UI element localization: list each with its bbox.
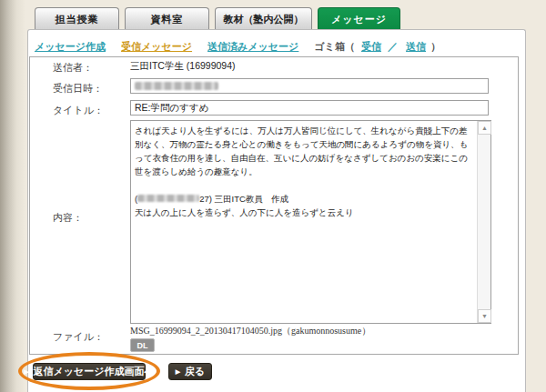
title-field: RE:学問のすすめ (130, 100, 489, 116)
file-label: ファイル： (53, 330, 104, 344)
tab-assigned-classes[interactable]: 担当授業 (35, 7, 119, 30)
textarea-scrollbar[interactable]: ▲ ▼ (477, 121, 490, 323)
message-body-text: されば天より人を生ずるには、万人は万人皆同じ位にして、生れながら貴賤上下の差別な… (131, 121, 477, 323)
nav-create-message-link[interactable]: メッセージ作成 (35, 40, 106, 54)
trash-separator: ／ (388, 41, 398, 52)
trash-sent-link[interactable]: 送信 (406, 41, 426, 52)
tab-materials[interactable]: 教材（塾内公開） (215, 7, 312, 30)
body-author-line: (27) 三田ITC教員 作成 (135, 192, 473, 206)
download-button[interactable]: DL (130, 338, 155, 352)
title-value: RE:学問のすすめ (135, 102, 209, 115)
sender-value: 三田ITC学生 (16999094) (130, 60, 236, 73)
content-label: 内容： (53, 211, 83, 225)
triangle-arrow-icon: ▶ (176, 368, 180, 376)
back-button-label: 戻る (185, 365, 205, 378)
body-paragraph: されば天より人を生ずるには、万人は万人皆同じ位にして、生れながら貴賤上下の差別な… (135, 124, 473, 178)
message-view-screen: 担当授業 資料室 教材（塾内公開） メッセージ メッセージ作成 受信メッセージ … (0, 0, 546, 392)
trash-label: ゴミ箱（ (314, 41, 355, 52)
scroll-down-icon[interactable]: ▼ (478, 309, 491, 323)
author-text: 27) 三田ITC教員 作成 (199, 194, 288, 204)
message-nav-row: メッセージ作成 受信メッセージ 送信済みメッセージ ゴミ箱（ 受信 ／ 送信 ） (35, 40, 440, 53)
received-datetime-field (130, 78, 489, 94)
received-datetime-label: 受信日時： (53, 82, 103, 95)
nav-sent-messages-link[interactable]: 送信済みメッセージ (207, 40, 298, 54)
page-edge-shadow (0, 0, 27, 392)
title-label: タイトル： (53, 104, 104, 117)
blank-line (135, 178, 473, 192)
body-quote-line: 天は人の上に人を造らず、人の下に人を造らずと云えり (135, 206, 473, 219)
back-button[interactable]: ▶ 戻る (168, 363, 212, 380)
message-body-area[interactable]: されば天より人を生ずるには、万人は万人皆同じ位にして、生れながら貴賤上下の差別な… (130, 120, 491, 324)
trash-received-link[interactable]: 受信 (361, 41, 381, 52)
nav-inbox-link-current[interactable]: 受信メッセージ (121, 40, 192, 54)
reply-button-label: 返信メッセージ作成画面へ (34, 365, 155, 378)
attachment-filename: MSG_16999094_2_20130417104050.jpg（gakumo… (130, 325, 370, 337)
trash-label-close: ） (430, 41, 440, 52)
sender-label: 送信者： (53, 61, 93, 75)
reply-message-button[interactable]: ▶ 返信メッセージ作成画面へ (33, 363, 146, 380)
tab-library[interactable]: 資料室 (125, 7, 209, 30)
tab-messages-active[interactable]: メッセージ (318, 7, 400, 30)
redacted-author-date-blur (137, 195, 199, 202)
redacted-datetime-blur (135, 82, 218, 90)
triangle-arrow-icon: ▶ (24, 368, 28, 376)
scroll-up-icon[interactable]: ▲ (478, 121, 491, 135)
trash-links-group: ゴミ箱（ 受信 ／ 送信 ） (314, 40, 440, 54)
